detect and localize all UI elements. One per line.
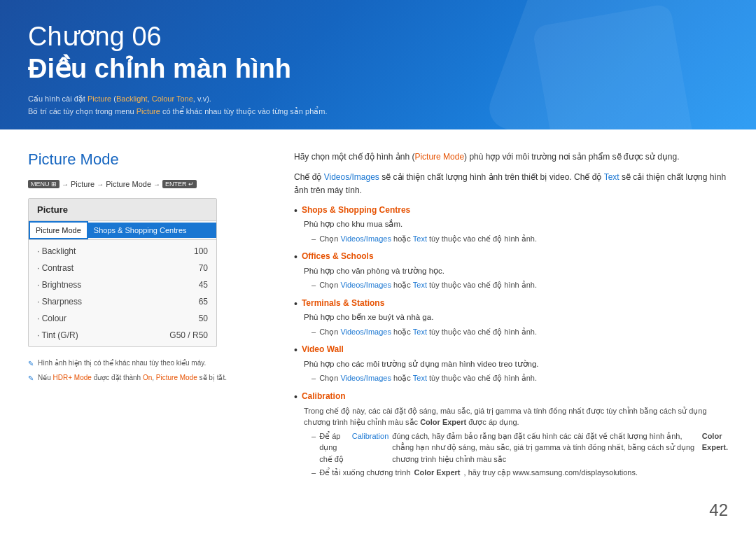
note-text-1: Hình ảnh hiện thị có thể khác nhau tùy t… [38,358,206,368]
note-item-2: ✎ Nếu HDR+ Mode được đặt thành On, Pictu… [28,373,266,384]
feature-item-header: • Offices & Schools [294,251,728,263]
picture-box-header: Picture [29,199,216,221]
feature-sub: Chọn Videos/Images hoặc Text tùy thuộc v… [312,372,728,384]
arrow2: → [97,181,104,188]
header-subtitle: Cấu hình cài đặt Picture (Backlight, Col… [28,93,728,118]
setting-row: · Sharpness65 [29,293,216,310]
calibration-title: Calibration [302,391,346,401]
calibration-item: • Calibration Trong chế độ này, các cài … [294,391,728,479]
feature-list: • Shops & Shopping Centres Phù hợp cho k… [294,205,728,384]
menu-mode: Picture Mode [106,180,151,188]
arrow1: → [62,181,69,188]
subtitle-line2: Bố trí các tùy chọn trong menu Picture c… [28,106,728,118]
feature-title: Shops & Shopping Centres [302,205,410,215]
setting-row: · Tint (G/R)G50 / R50 [29,327,216,344]
feature-desc: Phù hợp cho bến xe buýt và nhà ga. [304,311,728,323]
feature-title: Terminals & Stations [302,298,384,308]
header-banner: Chương 06 Điều chỉnh màn hình Cấu hình c… [0,0,756,129]
left-column: Picture Mode MENU ⊞ → Picture → Picture … [28,150,266,481]
feature-item-header: • Video Wall [294,344,728,356]
calibration-desc1: Trong chế độ này, các cài đặt độ sáng, m… [304,405,728,428]
feature-desc: Phù hợp cho các môi trường sử dụng màn h… [304,358,728,370]
calibration-sub2: Để tải xuống chương trình Color Expert, … [312,467,728,479]
setting-row: · Brightness45 [29,276,216,293]
section-title: Picture Mode [28,150,266,169]
chapter-number: Chương 06 [28,21,728,53]
feature-item: • Video Wall Phù hợp cho các môi trường … [294,344,728,384]
chapter-title: Chương 06 Điều chỉnh màn hình [28,21,728,85]
feature-item-header: • Terminals & Stations [294,298,728,310]
feature-item: • Shops & Shopping Centres Phù hợp cho k… [294,205,728,245]
menu-picture: Picture [71,180,94,188]
note-item-1: ✎ Hình ảnh hiện thị có thể khác nhau tùy… [28,358,266,369]
feature-bullet: • [294,298,298,310]
menu-path: MENU ⊞ → Picture → Picture Mode → ENTER … [28,180,266,188]
calibration-bullet: • [294,391,298,403]
picture-settings: · Backlight100· Contrast70· Brightness45… [29,240,216,346]
note-icon-1: ✎ [28,359,34,369]
feature-bullet: • [294,344,298,356]
feature-item-header: • Shops & Shopping Centres [294,205,728,217]
note-text-2: Nếu HDR+ Mode được đặt thành On, Picture… [38,373,227,383]
calibration-header: • Calibration [294,391,728,403]
setting-row: · Contrast70 [29,260,216,276]
feature-desc: Phù hợp cho văn phòng và trường học. [304,265,728,277]
feature-desc: Phù hợp cho khu mua sắm. [304,218,728,230]
feature-sub: Chọn Videos/Images hoặc Text tùy thuộc v… [312,326,728,338]
setting-row: · Colour50 [29,310,216,327]
feature-item: • Offices & Schools Phù hợp cho văn phòn… [294,251,728,291]
feature-title: Offices & Schools [302,251,374,261]
arrow3: → [153,181,160,188]
feature-sub: Chọn Videos/Images hoặc Text tùy thuộc v… [312,233,728,245]
feature-sub: Chọn Videos/Images hoặc Text tùy thuộc v… [312,279,728,291]
calibration-section: • Calibration Trong chế độ này, các cài … [294,391,728,479]
intro-text-2: Chế độ Videos/Images sẽ cải thiện chất l… [294,171,728,197]
picture-mode-row: Picture Mode Shops & Shopping Centres [29,221,216,240]
intro-text-1: Hãy chọn một chế độ hình ảnh (Picture Mo… [294,150,728,164]
picture-mode-value: Shops & Shopping Centres [88,223,216,238]
feature-bullet: • [294,205,298,217]
enter-icon: ENTER ↵ [162,180,197,188]
setting-row: · Backlight100 [29,243,216,260]
feature-bullet: • [294,251,298,263]
feature-title: Video Wall [302,344,344,354]
calibration-sub1: Để áp dụng chế độ Calibration đúng cách,… [312,430,728,465]
page-number: 42 [709,500,728,520]
picture-mode-label: Picture Mode [29,221,88,239]
main-content: Picture Mode MENU ⊞ → Picture → Picture … [0,129,756,495]
menu-icon: MENU ⊞ [28,180,59,188]
subtitle-line1: Cấu hình cài đặt Picture (Backlight, Col… [28,93,728,106]
picture-box: Picture Picture Mode Shops & Shopping Ce… [28,198,217,347]
right-column: Hãy chọn một chế độ hình ảnh (Picture Mo… [294,150,728,481]
chapter-name: Điều chỉnh màn hình [28,53,728,85]
notes-section: ✎ Hình ảnh hiện thị có thể khác nhau tùy… [28,358,266,384]
note-icon-2: ✎ [28,374,34,384]
feature-item: • Terminals & Stations Phù hợp cho bến x… [294,298,728,338]
